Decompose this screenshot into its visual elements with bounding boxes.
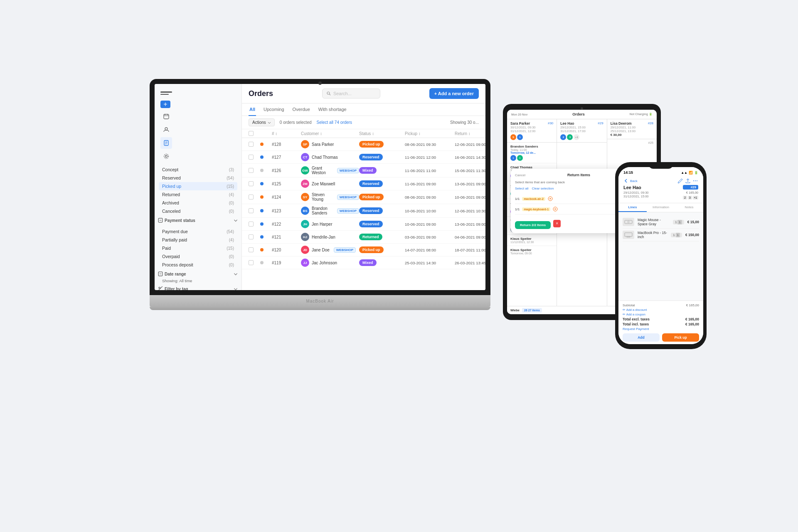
- actions-chevron-icon: [268, 121, 271, 124]
- row-order-1: #127: [272, 155, 301, 160]
- table-row[interactable]: #122 JH Jen Harper Reserved 10-06-2021 0…: [242, 218, 485, 231]
- row-checkbox-8[interactable]: [249, 247, 260, 252]
- sidebar-payment-status-header[interactable]: Payment status: [155, 215, 241, 224]
- row-checkbox-5[interactable]: [249, 208, 260, 213]
- table-row[interactable]: #121 HJ Hendrile-Jan Returned 03-06-2021…: [242, 231, 485, 244]
- sidebar-partially-paid[interactable]: Partially paid (4): [159, 236, 237, 244]
- row-checkbox-0[interactable]: [249, 142, 260, 147]
- tablet-order-item[interactable]: Brandon Sanders Today, 11:00 Tomorrow, 1…: [507, 143, 557, 163]
- tablet-order-item[interactable]: Klaus Speller 11/12/2021, 12:30: [507, 235, 557, 246]
- tablet-close-button[interactable]: ×: [553, 220, 561, 227]
- tablet-avatar: 1: [517, 155, 523, 161]
- tablet-select-all-link[interactable]: Select all: [515, 187, 528, 190]
- row-checkbox-2[interactable]: [249, 168, 260, 173]
- row-status-9: Mixed: [359, 259, 405, 266]
- sidebar-overpaid[interactable]: Overpaid (0): [159, 252, 237, 261]
- table-row[interactable]: #124 SY Steven Young WEBSHOP Picked up 0…: [242, 190, 485, 204]
- tablet-order-num-25: #25: [607, 139, 657, 146]
- phone-tab-information[interactable]: Information: [647, 203, 675, 212]
- row-return-9: 26-03-2021 13:45: [455, 261, 485, 265]
- tablet-clear-link[interactable]: Clear selection: [532, 187, 554, 190]
- phone-pickup-button[interactable]: Pick up: [662, 333, 699, 342]
- svg-point-10: [164, 154, 169, 159]
- row-pickup-8: 14-07-2021 08:00: [405, 248, 455, 252]
- row-status-6: Reserved: [359, 221, 405, 227]
- tablet-item-left-2: 1/1 magic-keyboard-1: [515, 207, 558, 212]
- phone-add-button[interactable]: Add: [623, 333, 660, 342]
- sidebar-plus-button[interactable]: +: [160, 101, 170, 108]
- table-row[interactable]: #127 CT Chad Thomas Reserved 11-06-2021 …: [242, 151, 485, 164]
- sidebar-item-reserved[interactable]: Reserved (54): [159, 174, 237, 182]
- table-row[interactable]: #120 JD Jane Doe WEBSHOP Picked up 14-07…: [242, 244, 485, 256]
- sidebar-payment-due[interactable]: Payment due (54): [159, 227, 237, 236]
- row-customer-5: BS Brandon Sanders WEBSHOP: [301, 206, 359, 215]
- search-box[interactable]: Search...: [322, 89, 380, 99]
- header-order[interactable]: # ↕: [272, 131, 301, 136]
- laptop-foot: [150, 307, 490, 310]
- phone-tab-lines[interactable]: Lines: [618, 203, 647, 212]
- select-all-link[interactable]: Select all 74 orders: [317, 120, 352, 125]
- table-row[interactable]: #125 ZM Zoe Maxwell Reserved 11-06-2021 …: [242, 177, 485, 190]
- phone-discount-link[interactable]: ✏ Add a discount: [623, 308, 699, 312]
- table-row[interactable]: #119 JJ Jac Johnsson Mixed 25-03-2021 14…: [242, 256, 485, 269]
- header-pickup[interactable]: Pickup ↕: [405, 131, 455, 136]
- row-checkbox-4[interactable]: [249, 195, 260, 200]
- phone-total-incl-value: € 165,00: [685, 322, 699, 326]
- header-status[interactable]: Status ↕: [359, 131, 405, 136]
- row-checkbox-7[interactable]: [249, 234, 260, 239]
- sidebar-process-deposit[interactable]: Process deposit (0): [159, 261, 237, 269]
- phone-request-payment-link[interactable]: Request Payment: [623, 327, 699, 331]
- tab-all[interactable]: All: [249, 103, 256, 116]
- row-dot-5: [260, 209, 264, 212]
- actions-button[interactable]: Actions: [249, 118, 275, 126]
- phone-qty-3: +1: [693, 196, 698, 200]
- row-return-0: 12-06-2021 09:00: [455, 142, 485, 147]
- phone-share-icon[interactable]: [685, 178, 691, 184]
- tablet-cancel-button[interactable]: Cancel: [515, 173, 525, 177]
- phone-more-icon[interactable]: [692, 178, 698, 184]
- sidebar-filter-tag-header[interactable]: Filter by tag: [155, 284, 241, 290]
- tab-with-shortage[interactable]: With shortage: [318, 103, 347, 116]
- sidebar-logo: [155, 84, 241, 101]
- svg-rect-31: [625, 233, 632, 236]
- phone-back-label[interactable]: Back: [630, 179, 638, 183]
- sidebar-paid[interactable]: Paid (15): [159, 244, 237, 252]
- table-row[interactable]: #126 GW Grant Weston WEBSHOP Mixed 11-06…: [242, 164, 485, 177]
- sidebar-date-range-header[interactable]: Date range: [155, 269, 241, 278]
- nav-icon-calendar[interactable]: [160, 111, 172, 122]
- nav-icon-settings[interactable]: [160, 150, 172, 162]
- row-checkbox-6[interactable]: [249, 222, 260, 227]
- tablet-order-item[interactable]: Klaus Speller Tomorrow, 09:00: [507, 246, 557, 257]
- sidebar-item-concept[interactable]: Concept (3): [159, 165, 237, 174]
- phone-tab-notes[interactable]: Notes: [675, 203, 703, 212]
- table-row[interactable]: #128 SP Sara Parker Picked up 08-06-2021…: [242, 138, 485, 151]
- phone-back-icon[interactable]: [623, 178, 628, 183]
- row-return-7: 04-06-2021 09:00: [455, 235, 485, 239]
- row-checkbox-1[interactable]: [249, 155, 260, 160]
- row-checkbox-3[interactable]: [249, 181, 260, 186]
- nav-icon-users[interactable]: [160, 124, 172, 135]
- phone-coupon-link[interactable]: ✏ Add a coupon: [623, 313, 699, 316]
- row-checkbox-9[interactable]: [249, 260, 260, 265]
- sidebar-item-archived[interactable]: Archived (0): [159, 199, 237, 207]
- page-title: Orders: [249, 89, 273, 98]
- row-customer-0: SP Sara Parker: [301, 140, 359, 148]
- tab-overdue[interactable]: Overdue: [292, 103, 311, 116]
- header-customer[interactable]: Customer ↕: [301, 131, 359, 136]
- header-return[interactable]: Return ↕: [455, 131, 485, 136]
- row-order-8: #120: [272, 248, 301, 252]
- nav-icon-orders[interactable]: [160, 137, 172, 149]
- sidebar-item-returned[interactable]: Returned (4): [159, 190, 237, 199]
- logo-line-2: [160, 94, 169, 95]
- delete-icon-1[interactable]: [548, 196, 553, 201]
- tab-upcoming[interactable]: Upcoming: [263, 103, 285, 116]
- tablet-return-button[interactable]: Return 2/2 Items: [515, 221, 551, 229]
- phone-item-1: Magic Mouse - Space Gray 1 1 € 15,00: [623, 216, 699, 229]
- sidebar-item-canceled[interactable]: Canceled (0): [159, 207, 237, 215]
- table-row[interactable]: #123 BS Brandon Sanders WEBSHOP Reserved…: [242, 204, 485, 218]
- phone-order-header: Back: [618, 176, 703, 203]
- add-order-button[interactable]: + Add a new order: [429, 88, 479, 99]
- delete-icon-2[interactable]: [553, 207, 558, 212]
- phone-edit-icon[interactable]: [677, 178, 683, 184]
- sidebar-item-picked-up[interactable]: Picked up (15): [159, 182, 237, 190]
